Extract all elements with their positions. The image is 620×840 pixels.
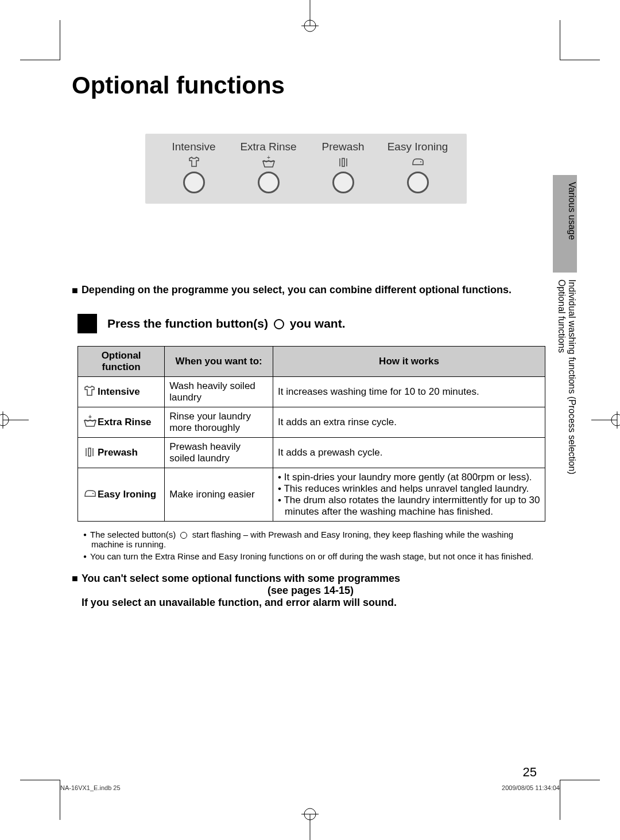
warning-paragraph: ■ You can't select some optional functio… xyxy=(72,573,540,609)
table-row: IntensiveWash heavily soiled laundryIt i… xyxy=(78,377,545,407)
prewash-icon xyxy=(83,446,94,460)
step-marker-icon xyxy=(78,314,97,333)
panel-button-label: Extra Rinse xyxy=(234,141,303,153)
svg-rect-16 xyxy=(88,448,91,456)
table-cell-function: Easy Ironing xyxy=(78,468,165,522)
warning-line: You can't select some optional functions… xyxy=(82,573,540,585)
table-cell-how: It increases washing time for 10 to 20 m… xyxy=(273,377,545,407)
warning-line: (see pages 14-15) xyxy=(82,585,540,597)
shirt-icon xyxy=(83,385,94,399)
step-text: Press the function button(s) you want. xyxy=(107,317,346,330)
panel-button-label: Intensive xyxy=(160,141,228,153)
step-text-after: you want. xyxy=(286,317,346,330)
iron-icon xyxy=(383,155,452,168)
panel-button-label: Prewash xyxy=(309,141,378,153)
side-tab-topic: Individual washing functions (Process se… xyxy=(567,279,577,475)
footer-timestamp: 2009/08/05 11:34:04 xyxy=(502,784,560,791)
table-row: Easy IroningMake ironing easierIt spin-d… xyxy=(78,468,545,522)
table-header: Optional function xyxy=(78,347,165,377)
warning-line: If you select an unavailable function, a… xyxy=(82,597,540,609)
table-cell-when: Rinse your laundry more thoroughly xyxy=(165,407,273,438)
shirt-icon xyxy=(160,155,228,168)
table-cell-function: Prewash xyxy=(78,438,165,468)
side-tab-topic: Optional functions xyxy=(557,279,567,353)
list-item: It spin-dries your laundry more gently (… xyxy=(278,472,540,483)
iron-icon xyxy=(83,488,94,501)
table-cell-how: It spin-dries your laundry more gently (… xyxy=(273,468,545,522)
note-item: You can turn the Extra Rinse and Easy Ir… xyxy=(83,551,540,561)
svg-point-14 xyxy=(420,161,421,162)
table-cell-when: Make ironing easier xyxy=(165,468,273,522)
button-circle-icon xyxy=(180,532,187,539)
notes-list: The selected button(s) start flashing – … xyxy=(83,530,540,561)
list-item: The drum also rotates the laundry interm… xyxy=(278,495,540,518)
registration-mark xyxy=(299,0,321,34)
step-text-before: Press the function button(s) xyxy=(107,317,272,330)
panel-button-extra-rinse[interactable]: Extra Rinse + xyxy=(234,141,303,193)
panel-button-easy-ironing[interactable]: Easy Ironing xyxy=(383,141,452,193)
table-header: When you want to: xyxy=(165,347,273,377)
svg-rect-13 xyxy=(342,158,344,166)
page-title: Optional functions xyxy=(72,72,540,99)
panel-button-label: Easy Ironing xyxy=(383,141,452,153)
table-header: How it works xyxy=(273,347,545,377)
side-tab-section: Various usage xyxy=(553,175,577,273)
button-panel: Intensive Extra Rinse + Prewash Easy Iro… xyxy=(145,134,467,204)
list-item: This reduces wrinkles and helps unravel … xyxy=(278,483,540,495)
table-cell-when: Wash heavily soiled laundry xyxy=(165,377,273,407)
intro-paragraph: ■ Depending on the programme you select,… xyxy=(72,284,540,297)
table-row: +Extra RinseRinse your laundry more thor… xyxy=(78,407,545,438)
intro-text: Depending on the programme you select, y… xyxy=(82,284,512,297)
table-cell-function: Intensive xyxy=(78,377,165,407)
svg-text:+: + xyxy=(267,155,270,161)
table-cell-function: +Extra Rinse xyxy=(78,407,165,438)
svg-text:+: + xyxy=(88,415,92,420)
panel-button-circle[interactable] xyxy=(332,172,354,193)
square-bullet-icon: ■ xyxy=(72,573,78,609)
square-bullet-icon: ■ xyxy=(72,284,78,297)
panel-button-circle[interactable] xyxy=(258,172,280,193)
table-cell-how: It adds a prewash cycle. xyxy=(273,438,545,468)
page-number: 25 xyxy=(523,765,537,780)
panel-button-intensive[interactable]: Intensive xyxy=(160,141,228,193)
table-cell-how: It adds an extra rinse cycle. xyxy=(273,407,545,438)
panel-button-prewash[interactable]: Prewash xyxy=(309,141,378,193)
table-cell-when: Prewash heavily soiled laundry xyxy=(165,438,273,468)
button-circle-icon xyxy=(274,319,284,329)
step-instruction: Press the function button(s) you want. xyxy=(78,314,540,333)
functions-table: Optional functionWhen you want to:How it… xyxy=(78,346,545,522)
prewash-icon xyxy=(309,155,378,168)
basin-plus-icon: + xyxy=(83,415,94,430)
svg-point-17 xyxy=(92,493,94,494)
table-row: PrewashPrewash heavily soiled laundryIt … xyxy=(78,438,545,468)
panel-button-circle[interactable] xyxy=(183,172,205,193)
footer-filename: NA-16VX1_E.indb 25 xyxy=(60,784,121,791)
registration-mark xyxy=(299,806,321,840)
note-item: The selected button(s) start flashing – … xyxy=(83,530,540,549)
registration-mark xyxy=(591,409,620,431)
panel-button-circle[interactable] xyxy=(407,172,429,193)
side-tab-topics: Individual washing functions (Process se… xyxy=(553,273,577,475)
basin-plus-icon: + xyxy=(234,155,303,168)
registration-mark xyxy=(0,409,29,431)
